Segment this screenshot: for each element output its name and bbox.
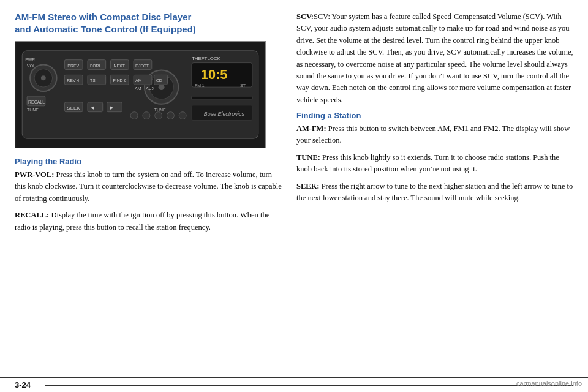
amfm-term: AM-FM: <box>296 124 326 133</box>
svg-text:AUX: AUX <box>146 86 155 91</box>
svg-text:PWR: PWR <box>25 58 35 62</box>
footer-divider <box>45 385 573 386</box>
svg-text:FIND 6: FIND 6 <box>113 78 127 83</box>
pwr-vol-paragraph: PWR-VOL: Press this knob to turn the sys… <box>15 169 284 205</box>
left-section-title: Playing the Radio <box>15 157 284 166</box>
svg-text:FM 1: FM 1 <box>195 83 205 88</box>
page-footer: 3-24 <box>0 377 588 392</box>
scv-paragraph: SCV:SCV: Your system has a feature calle… <box>296 11 573 106</box>
svg-text:Bose Electronics: Bose Electronics <box>204 111 245 117</box>
right-column: SCV:SCV: Your system has a feature calle… <box>296 11 573 371</box>
svg-text:TUNE: TUNE <box>154 108 166 112</box>
svg-point-9 <box>41 75 46 80</box>
svg-rect-47 <box>192 96 252 100</box>
svg-point-42 <box>130 112 138 119</box>
svg-text:VOL: VOL <box>27 64 36 68</box>
tune-text: Press this knob lightly so it extends. T… <box>296 153 559 173</box>
title-line1: AM-FM Stereo with Compact Disc Player <box>15 12 191 22</box>
svg-text:TUNE: TUNE <box>27 108 39 112</box>
svg-text:TS: TS <box>90 78 96 83</box>
svg-text:REV 4: REV 4 <box>67 78 79 83</box>
amfm-text: Press this button to switch between AM, … <box>296 124 570 145</box>
tune-term: TUNE: <box>296 153 320 162</box>
tune-paragraph: TUNE: Press this knob lightly so it exte… <box>296 152 573 176</box>
svg-text:◄: ◄ <box>89 104 96 111</box>
page: AM-FM Stereo with Compact Disc Player an… <box>0 0 588 392</box>
radio-image: THEFTLOCK 10:5 FM 1 ST PWR VOL <box>15 41 266 148</box>
seek-paragraph: SEEK: Press the right arrow to tune to t… <box>296 181 573 205</box>
svg-text:THEFTLOCK: THEFTLOCK <box>192 56 221 61</box>
svg-point-45 <box>167 112 174 119</box>
svg-text:FORI: FORI <box>90 64 100 68</box>
content-area: AM-FM Stereo with Compact Disc Player an… <box>0 0 588 377</box>
svg-point-43 <box>143 112 150 119</box>
left-column: AM-FM Stereo with Compact Disc Player an… <box>15 11 284 371</box>
page-number: 3-24 <box>15 380 39 390</box>
pwr-vol-term: PWR-VOL: <box>15 170 54 179</box>
svg-text:AM: AM <box>135 78 142 83</box>
svg-text:RECALL: RECALL <box>28 100 45 104</box>
svg-text:EJECT: EJECT <box>135 64 149 68</box>
svg-text:10:5: 10:5 <box>201 67 228 82</box>
main-title: AM-FM Stereo with Compact Disc Player an… <box>15 11 284 35</box>
svg-point-44 <box>155 112 162 119</box>
watermark: carmanualsonline.info <box>516 380 582 387</box>
svg-text:NEXT: NEXT <box>114 64 126 68</box>
pwr-vol-text: Press this knob to turn the system on an… <box>15 170 282 203</box>
amfm-paragraph: AM-FM: Press this button to switch betwe… <box>296 123 573 147</box>
svg-text:AM: AM <box>135 86 141 91</box>
svg-text:CD: CD <box>156 78 162 83</box>
svg-point-46 <box>179 112 186 119</box>
scv-term: SCV: <box>296 12 314 21</box>
finding-station-title: Finding a Station <box>296 111 573 120</box>
svg-text:PREV: PREV <box>67 64 79 68</box>
svg-text:ST: ST <box>240 83 246 88</box>
svg-point-14 <box>159 84 165 90</box>
recall-text: Display the time with the ignition off b… <box>15 211 270 231</box>
recall-term: RECALL: <box>15 211 49 219</box>
seek-term: SEEK: <box>296 182 320 190</box>
scv-text: SCV: Your system has a feature called Sp… <box>296 12 573 104</box>
svg-text:SEEK: SEEK <box>67 105 80 111</box>
recall-paragraph: RECALL: Display the time with the igniti… <box>15 209 284 233</box>
svg-text:►: ► <box>109 104 115 111</box>
title-line2: and Automatic Tone Control (If Equipped) <box>15 24 196 34</box>
seek-text: Press the right arrow to tune to the nex… <box>296 182 573 202</box>
